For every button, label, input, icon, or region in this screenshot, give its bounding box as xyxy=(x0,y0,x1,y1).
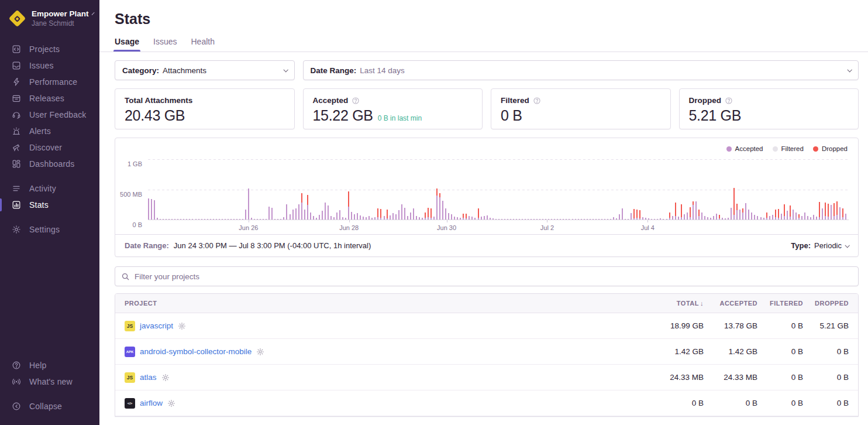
sidebar-item-issues[interactable]: Issues xyxy=(0,57,99,74)
chart-bar xyxy=(245,210,246,220)
sidebar-item-projects[interactable]: Projects xyxy=(0,41,99,57)
chart-bar xyxy=(228,219,229,220)
cell-accepted: 13.78 GB xyxy=(704,321,757,330)
legend-dot xyxy=(813,146,818,152)
sidebar-item-dashboards[interactable]: Dashboards xyxy=(0,156,99,172)
chart-bar xyxy=(748,210,749,220)
chart-bar xyxy=(325,203,326,220)
date-range-dropdown[interactable]: Date Range: Last 14 days xyxy=(303,60,859,80)
cell-accepted: 1.42 GB xyxy=(704,347,757,356)
cell-filtered: 0 B xyxy=(757,321,803,330)
chart-bar xyxy=(533,219,535,220)
chart-type-dropdown[interactable]: Type: Periodic xyxy=(791,241,849,250)
project-settings-icon[interactable] xyxy=(167,399,175,407)
chart-bar xyxy=(171,219,173,220)
cell-dropped: 0 B xyxy=(803,347,849,356)
sidebar-item-releases[interactable]: Releases xyxy=(0,90,99,107)
chart-bar xyxy=(695,201,697,220)
chart-bar xyxy=(157,218,158,220)
y-tick-label: 0 B xyxy=(132,221,142,228)
chart-bar xyxy=(654,219,655,220)
legend-item-dropped[interactable]: Dropped xyxy=(813,145,848,152)
filter-row: Category: Attachments Date Range: Last 1… xyxy=(115,60,859,80)
project-link[interactable]: airflow xyxy=(140,399,163,407)
chart-bar xyxy=(710,218,711,220)
releases-icon xyxy=(12,94,21,103)
chart-bar xyxy=(751,212,752,220)
cell-dropped: 0 B xyxy=(803,399,849,407)
cell-total: 18.99 GB xyxy=(628,321,704,330)
x-axis-tick xyxy=(647,220,648,222)
help-icon[interactable] xyxy=(352,97,360,105)
sidebar-item-settings[interactable]: Settings xyxy=(0,221,99,238)
project-settings-icon[interactable] xyxy=(256,348,264,356)
help-icon[interactable] xyxy=(725,97,733,105)
sidebar-item-what-s-new[interactable]: What's new xyxy=(0,373,99,390)
sidebar-item-help[interactable]: Help xyxy=(0,357,99,373)
column-header-dropped[interactable]: Dropped xyxy=(803,300,849,307)
sidebar-item-user-feedback[interactable]: User Feedback xyxy=(0,107,99,123)
category-dropdown[interactable]: Category: Attachments xyxy=(115,60,295,80)
sidebar: Empower Plant Jane Schmidt ProjectsIssue… xyxy=(0,0,99,425)
sidebar-item-performance[interactable]: Performance xyxy=(0,74,99,90)
sidebar-item-stats[interactable]: Stats xyxy=(0,197,99,213)
sidebar-item-discover[interactable]: Discover xyxy=(0,139,99,156)
chart-bar xyxy=(286,204,287,220)
sidebar-item-label: Projects xyxy=(29,44,60,54)
score-cards: Total Attachments20.43 GBAccepted15.22 G… xyxy=(115,88,859,129)
chart-bar xyxy=(292,210,294,220)
chart-bar xyxy=(333,217,335,220)
column-header-project[interactable]: Project xyxy=(125,300,628,307)
column-header-accepted[interactable]: Accepted xyxy=(704,300,757,307)
chart-bar xyxy=(636,210,638,220)
chart-bar xyxy=(422,218,423,220)
project-filter-input[interactable] xyxy=(135,272,852,281)
chart-bar xyxy=(742,208,743,220)
chart-bar xyxy=(731,208,732,220)
sidebar-item-label: Alerts xyxy=(29,126,51,136)
legend-item-accepted[interactable]: Accepted xyxy=(726,145,763,152)
project-link[interactable]: atlas xyxy=(140,373,157,382)
chart-bar xyxy=(484,216,485,220)
column-header-total[interactable]: Total↓ xyxy=(628,300,704,307)
content: Category: Attachments Date Range: Last 1… xyxy=(99,52,868,417)
org-switcher[interactable]: Empower Plant Jane Schmidt xyxy=(0,8,99,36)
project-settings-icon[interactable] xyxy=(178,322,186,330)
chart-bar xyxy=(622,208,623,220)
sidebar-item-alerts[interactable]: Alerts xyxy=(0,123,99,139)
cell-total: 1.42 GB xyxy=(628,347,704,356)
nav-footer: HelpWhat's new xyxy=(0,357,99,390)
chart-bar xyxy=(545,219,546,220)
projects-table: ProjectTotal↓AcceptedFilteredDropped JSj… xyxy=(115,293,859,417)
chart-bar xyxy=(528,219,529,220)
card-filtered: Filtered0 B xyxy=(491,88,671,129)
chart-bar xyxy=(490,218,491,220)
chart-bar xyxy=(495,219,497,220)
sidebar-footer: HelpWhat's new Collapse xyxy=(0,357,99,414)
sidebar-item-activity[interactable]: Activity xyxy=(0,180,99,197)
legend-item-filtered[interactable]: Filtered xyxy=(773,145,804,152)
chart-bar xyxy=(213,219,214,220)
chart-bar xyxy=(307,195,308,220)
chart-bar xyxy=(542,219,543,220)
project-cell: </>airflow xyxy=(125,398,628,409)
tab-issues[interactable]: Issues xyxy=(153,37,177,52)
chart-bar xyxy=(763,218,764,220)
project-settings-icon[interactable] xyxy=(161,373,170,382)
issues-icon xyxy=(12,61,21,70)
chart-bar xyxy=(478,208,479,220)
chart-bar xyxy=(413,208,414,220)
column-header-filtered[interactable]: Filtered xyxy=(757,300,803,307)
help-icon[interactable] xyxy=(533,97,541,105)
project-link[interactable]: android-symbol-collector-mobile xyxy=(140,347,252,356)
chart-bar xyxy=(348,191,349,220)
chart-bar xyxy=(675,203,676,220)
tab-health[interactable]: Health xyxy=(191,37,215,52)
chart-bar xyxy=(466,214,467,220)
sidebar-item-collapse[interactable]: Collapse xyxy=(0,398,99,414)
project-link[interactable]: javascript xyxy=(140,321,173,330)
collapse-icon xyxy=(12,402,21,411)
tab-usage[interactable]: Usage xyxy=(115,37,139,52)
cell-total: 0 B xyxy=(628,399,704,407)
card-total-attachments: Total Attachments20.43 GB xyxy=(115,88,295,129)
